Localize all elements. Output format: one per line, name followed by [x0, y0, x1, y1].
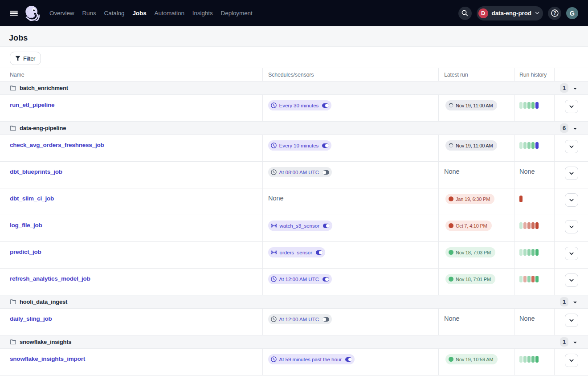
- svg-text:?: ?: [553, 10, 556, 16]
